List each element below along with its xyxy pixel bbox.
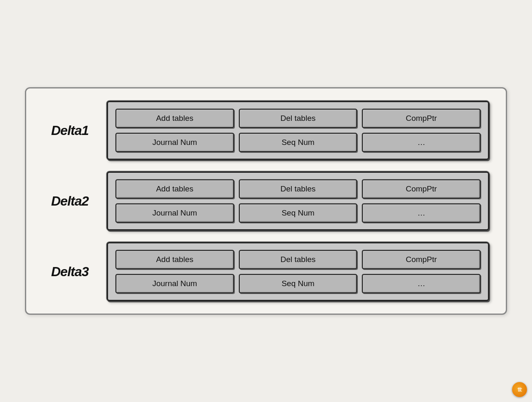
- delta-box-delta3: Add tablesDel tablesCompPtrJournal NumSe…: [107, 242, 489, 301]
- main-container: Delta1Add tablesDel tablesCompPtrJournal…: [25, 87, 507, 315]
- watermark: 世: [512, 382, 527, 397]
- cell-del-tables-3: Del tables: [239, 250, 357, 269]
- cell-seq-num-3: Seq Num: [239, 274, 357, 293]
- delta-box-delta2: Add tablesDel tablesCompPtrJournal NumSe…: [107, 172, 489, 230]
- cell-seq-num-1: Seq Num: [239, 133, 357, 152]
- cell-ellipsis-3: …: [362, 274, 480, 293]
- delta-label-delta2: Delta2: [43, 194, 97, 209]
- cell-add-tables-2: Add tables: [116, 179, 234, 199]
- cell-journal-num-3: Journal Num: [116, 274, 234, 293]
- cell-journal-num-1: Journal Num: [116, 133, 234, 152]
- cell-add-tables-3: Add tables: [116, 250, 234, 269]
- cell-add-tables-1: Add tables: [116, 109, 234, 128]
- delta-box-delta1: Add tablesDel tablesCompPtrJournal NumSe…: [107, 101, 489, 160]
- cell-comp-ptr-2: CompPtr: [362, 179, 480, 199]
- cell-del-tables-2: Del tables: [239, 179, 357, 199]
- cell-comp-ptr-1: CompPtr: [362, 109, 480, 128]
- cell-journal-num-2: Journal Num: [116, 203, 234, 223]
- delta-row-delta1: Delta1Add tablesDel tablesCompPtrJournal…: [43, 101, 489, 160]
- cell-ellipsis-1: …: [362, 133, 480, 152]
- cell-comp-ptr-3: CompPtr: [362, 250, 480, 269]
- cell-seq-num-2: Seq Num: [239, 203, 357, 223]
- cell-del-tables-1: Del tables: [239, 109, 357, 128]
- delta-label-delta1: Delta1: [43, 123, 97, 138]
- delta-label-delta3: Delta3: [43, 264, 97, 279]
- cell-ellipsis-2: …: [362, 203, 480, 223]
- delta-row-delta2: Delta2Add tablesDel tablesCompPtrJournal…: [43, 172, 489, 230]
- delta-row-delta3: Delta3Add tablesDel tablesCompPtrJournal…: [43, 242, 489, 301]
